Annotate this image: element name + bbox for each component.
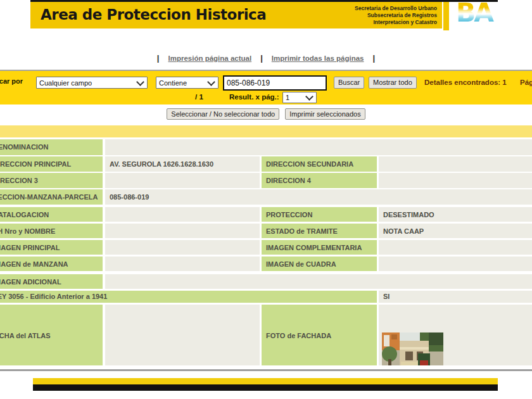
chevron-down-icon (136, 78, 144, 86)
search-field-select-value: Cualquier campo (39, 79, 135, 87)
ba-logo: BA (456, 0, 495, 28)
field-value-imagen-complementaria (379, 240, 532, 255)
page-title: Area de Proteccion Historica (41, 6, 266, 23)
field-value-imagen-principal (105, 240, 260, 255)
field-label-imagen-complementaria: IMAGEN COMPLEMENTARIA (262, 240, 377, 255)
field-label-imagen-adicional: IMAGEN ADICIONAL (0, 274, 103, 289)
search-query-input[interactable] (223, 75, 327, 91)
field-value-direccion-principal: AV. SEGUROLA 1626.1628.1630 (105, 156, 260, 172)
field-label-imagen-principal: IMAGEN PRINCIPAL (0, 240, 103, 255)
field-value-direccion-secundaria (379, 156, 532, 172)
search-button[interactable]: Buscar (334, 77, 364, 89)
field-label-direccion-3: DIRECCION 3 (0, 173, 103, 188)
table-row: DENOMINACION (0, 139, 532, 155)
search-field-select[interactable]: Cualquier campo (36, 77, 148, 89)
field-value-direccion-3 (105, 173, 260, 188)
results-per-page-label: Result. x pág.: (229, 93, 279, 101)
table-row: CATALOGACION PROTECCION DESESTIMADO (0, 207, 532, 222)
print-all-pages-link[interactable]: Imprimir todas las páginas (272, 54, 364, 62)
search-operator-select[interactable]: Contiene (156, 77, 218, 89)
field-value-seccion-manzana-parcela: 085-086-019 (105, 189, 532, 205)
search-toolbar: Buscar por Cualquier campo Contiene Busc… (0, 71, 532, 104)
table-row: FICHA del ATLAS FOTO de FACHADA (0, 305, 532, 365)
results-per-page-select[interactable]: 1 (282, 92, 317, 103)
search-by-label: Buscar por (0, 77, 23, 85)
selection-actions-bar: Seleccionar / No seleccionar todo Imprim… (0, 108, 532, 120)
separator-pipe: | (373, 53, 376, 63)
facade-photo[interactable] (382, 332, 443, 365)
table-row: IMAGEN de MANZANA IMAGEN de CUADRA (0, 256, 532, 271)
field-label-ph-nro-y-nombre: PH Nro y NOMBRE (0, 224, 103, 238)
field-label-proteccion: PROTECCION (262, 207, 377, 222)
field-value-ph-nro-y-nombre (105, 224, 260, 238)
table-row: LEY 3056 - Edificio Anterior a 1941 SI (0, 291, 532, 303)
results-found-text: Detalles encontrados: 1 (424, 79, 507, 86)
footer-black-bar (33, 384, 498, 391)
print-selected-button[interactable]: Imprimir seleccionados (285, 108, 365, 120)
page-total-text: / 1 (195, 93, 203, 101)
field-label-direccion-4: DIRECCION 4 (262, 173, 377, 188)
field-label-ficha-del-atlas: FICHA del ATLAS (0, 305, 103, 365)
field-label-direccion-principal: DIRECCION PRINCIPAL (0, 156, 103, 172)
separator-pipe: | (260, 53, 263, 63)
print-current-page-link[interactable]: Impresión página actual (168, 54, 251, 62)
chevron-down-icon (305, 92, 314, 101)
field-label-imagen-de-manzana: IMAGEN de MANZANA (0, 256, 103, 271)
org-line-2: Subsecretaria de Registros (355, 12, 437, 19)
field-value-catalogacion (105, 207, 260, 222)
field-value-foto-de-fachada (379, 305, 532, 365)
field-label-estado-de-tramite: ESTADO de TRAMITE (262, 224, 377, 238)
search-operator-select-value: Contiene (159, 79, 206, 87)
field-value-imagen-de-manzana (105, 256, 260, 271)
print-links-bar: | Impresión página actual | Imprimir tod… (0, 53, 532, 63)
chevron-down-icon (207, 78, 215, 86)
table-row: DIRECCION PRINCIPAL AV. SEGUROLA 1626.16… (0, 156, 532, 172)
table-row: PH Nro y NOMBRE ESTADO de TRAMITE NOTA C… (0, 224, 532, 238)
footer-yellow-bar (33, 378, 498, 384)
field-label-ley-3056: LEY 3056 - Edificio Anterior a 1941 (0, 291, 377, 303)
show-all-button[interactable]: Mostrar todo (369, 77, 417, 89)
org-lines: Secretaria de Desarrollo Urbano Subsecre… (355, 5, 437, 26)
field-label-catalogacion: CATALOGACION (0, 207, 103, 222)
field-value-imagen-adicional (105, 274, 532, 289)
content-bottom-divider (0, 369, 532, 371)
field-value-ley-3056: SI (379, 291, 532, 303)
table-row: IMAGEN ADICIONAL (0, 274, 532, 289)
field-value-estado-de-tramite: NOTA CAAP (379, 224, 532, 238)
separator-pipe: | (157, 53, 160, 63)
field-label-seccion-manzana-parcela: SECCION-MANZANA-PARCELA (0, 189, 103, 205)
field-value-proteccion: DESESTIMADO (379, 207, 532, 222)
org-line-1: Secretaria de Desarrollo Urbano (355, 5, 437, 12)
org-line-3: Interpretacion y Catastro (355, 19, 437, 26)
table-row: DIRECCION 3 DIRECCION 4 (0, 173, 532, 188)
field-label-direccion-secundaria: DIRECCION SECUNDARIA (262, 156, 377, 172)
field-value-imagen-de-cuadra (379, 256, 532, 271)
field-label-denominacion: DENOMINACION (0, 139, 103, 155)
field-value-denominacion (105, 139, 532, 155)
field-value-direccion-4 (379, 173, 532, 188)
page-label: Página (520, 79, 532, 86)
table-row: SECCION-MANZANA-PARCELA 085-086-019 (0, 189, 532, 205)
field-value-ficha-del-atlas (105, 305, 260, 365)
header-banner: Area de Proteccion Historica Secretaria … (30, 2, 442, 28)
select-deselect-all-button[interactable]: Seleccionar / No seleccionar todo (167, 108, 279, 120)
field-label-foto-de-fachada: FOTO de FACHADA (262, 305, 377, 365)
field-label-imagen-de-cuadra: IMAGEN de CUADRA (262, 256, 377, 271)
table-row: IMAGEN PRINCIPAL IMAGEN COMPLEMENTARIA (0, 240, 532, 255)
result-row-header (0, 125, 532, 137)
results-per-page-value: 1 (286, 94, 304, 101)
header-yellow-separator (443, 2, 449, 30)
